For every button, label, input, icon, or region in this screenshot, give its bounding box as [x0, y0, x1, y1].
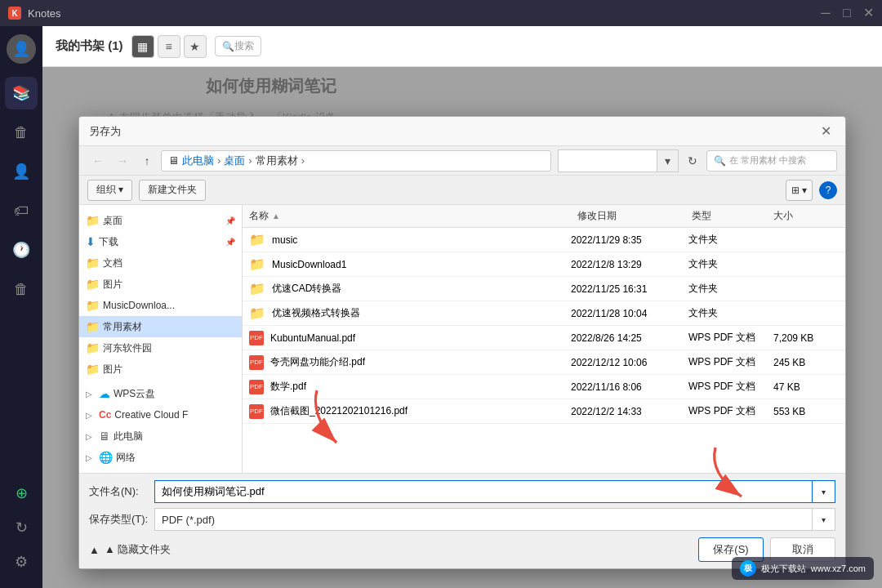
- watermark: 极 极光下载站 www.xz7.com: [732, 557, 874, 580]
- dialog-body: 📁 桌面 📌 ⬇ 下载 📌 📁: [79, 205, 845, 473]
- breadcrumb: 🖥 此电脑 › 桌面 › 常用素材 ›: [161, 150, 551, 172]
- nav-item-network[interactable]: ▷ 🌐 网络: [79, 447, 242, 468]
- sidebar-item-tag[interactable]: 🏷: [5, 194, 38, 227]
- refresh-button[interactable]: ↻: [682, 150, 703, 172]
- dialog-search-box[interactable]: 🔍 在 常用素材 中搜索: [706, 150, 837, 172]
- table-row[interactable]: PDF 夸壳网盘功能介绍.pdf 2022/12/12 10:06 WPS PD…: [243, 350, 845, 375]
- view-mode-icon: ⊞: [791, 185, 800, 196]
- folder-icon: 📁: [249, 305, 265, 321]
- sidebar-item-settings[interactable]: ⚙: [5, 546, 38, 578]
- view-grid-btn[interactable]: ▦: [131, 35, 154, 58]
- nav-item-hedong[interactable]: 📁 河东软件园: [79, 337, 242, 359]
- main-area: 我的书架 (1) ▦ ≡ ★ 🔍 搜索 如何使用糊词笔记 4. 在同步菜单中选择…: [42, 26, 882, 588]
- search-placeholder: 搜索: [234, 39, 254, 53]
- avatar[interactable]: 👤: [7, 34, 36, 64]
- new-folder-button[interactable]: 新建文件夹: [139, 180, 206, 201]
- help-button[interactable]: ?: [819, 181, 837, 199]
- dialog-actions-row: ▲ ▲ 隐藏文件夹 保存(S) 取消: [89, 537, 835, 562]
- close-button[interactable]: ✕: [862, 7, 874, 19]
- breadcrumb-desktop[interactable]: 桌面: [224, 154, 245, 168]
- cloud-icon: ☁: [99, 387, 110, 400]
- app-title: Knotes: [28, 7, 820, 20]
- savetype-dropdown-button[interactable]: ▾: [813, 508, 835, 531]
- app-body: 👤 📚 🗑 👤 🏷 🕐 🗑 ⊕ ↻ ⚙ 我的书架 (1) ▦ ≡ ★: [0, 26, 882, 588]
- col-type[interactable]: 类型: [692, 209, 773, 223]
- save-dialog: 另存为 ✕ ← → ↑ 🖥 此电脑 › 桌面: [78, 116, 846, 569]
- app-icon: K: [8, 7, 21, 20]
- file-list-header[interactable]: 名称 ▲ 修改日期 类型 大小: [243, 205, 845, 228]
- dialog-toolbar2: 组织 ▾ 新建文件夹 ⊞ ▾ ?: [79, 176, 845, 205]
- search-box[interactable]: 🔍 搜索: [215, 36, 261, 56]
- sidebar-item-refresh[interactable]: ↻: [5, 511, 38, 544]
- folder-icon: 📁: [86, 341, 100, 354]
- dialog-title: 另存为: [89, 124, 816, 139]
- maximize-button[interactable]: □: [841, 7, 853, 19]
- breadcrumb-dropdown: [559, 150, 657, 172]
- filename-row: 文件名(N): ▾: [89, 480, 835, 503]
- col-name[interactable]: 名称 ▲: [249, 209, 577, 223]
- breadcrumb-dropdown-btn[interactable]: ▾: [657, 150, 678, 172]
- download-icon: ⬇: [86, 235, 96, 248]
- watermark-url: www.xz7.com: [811, 564, 866, 573]
- view-list-btn[interactable]: ≡: [158, 35, 180, 58]
- nav-item-images2[interactable]: 📁 图片: [79, 359, 242, 380]
- pdf-icon: PDF: [249, 331, 264, 345]
- minimize-button[interactable]: ─: [820, 7, 831, 19]
- view-mode-button[interactable]: ⊞ ▾: [786, 180, 813, 201]
- table-row[interactable]: 📁 优速视频格式转换器 2022/11/28 10:04 文件夹: [243, 301, 845, 326]
- window-controls: ─ □ ✕: [820, 7, 874, 19]
- table-row[interactable]: PDF 数学.pdf 2022/11/16 8:06 WPS PDF 文档 47…: [243, 375, 845, 399]
- nav-item-images[interactable]: 📁 图片: [79, 274, 242, 295]
- back-button[interactable]: ←: [87, 150, 109, 172]
- nav-item-musicdl[interactable]: 📁 MusicDownloa...: [79, 295, 242, 316]
- table-row[interactable]: 📁 优速CAD转换器 2022/11/25 16:31 文件夹: [243, 277, 845, 301]
- knotes-topbar: 我的书架 (1) ▦ ≡ ★ 🔍 搜索: [42, 26, 882, 67]
- pdf-icon: PDF: [249, 404, 264, 419]
- breadcrumb-pc[interactable]: 此电脑: [182, 154, 214, 168]
- sidebar-item-books[interactable]: 📚: [5, 77, 38, 109]
- filename-input[interactable]: [154, 480, 813, 503]
- sort-arrow: ▲: [272, 212, 280, 220]
- sidebar-item-add[interactable]: ⊕: [5, 477, 38, 510]
- cc-icon: Cc: [99, 409, 111, 421]
- view-buttons: ▦ ≡ ★: [131, 35, 207, 58]
- folder-icon: 📁: [249, 232, 265, 247]
- organize-button[interactable]: 组织 ▾: [87, 180, 132, 201]
- filename-dropdown-button[interactable]: ▾: [813, 480, 835, 503]
- pin-icon: 📌: [225, 238, 235, 247]
- nav-item-docs[interactable]: 📁 文档: [79, 252, 242, 274]
- search-icon: 🔍: [222, 41, 234, 52]
- table-row[interactable]: PDF 微信截图_20221202101216.pdf 2022/12/2 14…: [243, 399, 845, 424]
- breadcrumb-current[interactable]: 常用素材: [256, 154, 298, 168]
- col-date[interactable]: 修改日期: [577, 209, 692, 223]
- folder-icon: 📁: [86, 278, 100, 291]
- nav-item-this-pc[interactable]: ▷ 🖥 此电脑: [79, 425, 242, 447]
- expand-icon: ▷: [86, 432, 96, 441]
- folder-icon: 📁: [86, 363, 100, 376]
- sidebar-bottom: ⊕ ↻ ⚙: [5, 475, 38, 580]
- table-row[interactable]: 📁 MusicDownload1 2022/12/8 13:29 文件夹: [243, 252, 845, 277]
- savetype-select[interactable]: PDF (*.pdf): [154, 508, 813, 531]
- sidebar-item-user[interactable]: 👤: [5, 155, 38, 188]
- up-button[interactable]: ↑: [136, 150, 158, 172]
- hide-folders-button[interactable]: ▲ ▲ 隐藏文件夹: [89, 542, 171, 557]
- nav-item-desktop[interactable]: 📁 桌面 📌: [79, 210, 242, 231]
- nav-item-common-materials[interactable]: 📁 常用素材: [79, 316, 242, 337]
- nav-item-creative-cloud[interactable]: ▷ Cc Creative Cloud F: [79, 404, 242, 425]
- pin-icon: 📌: [225, 216, 235, 225]
- table-row[interactable]: 📁 music 2022/11/29 8:35 文件夹: [243, 228, 845, 252]
- savetype-label: 保存类型(T):: [89, 512, 154, 527]
- col-size[interactable]: 大小: [773, 209, 839, 223]
- search-icon: 🔍: [714, 155, 726, 167]
- folder-icon: 📁: [86, 299, 100, 312]
- view-star-btn[interactable]: ★: [184, 35, 207, 58]
- dialog-close-button[interactable]: ✕: [816, 122, 835, 141]
- forward-button[interactable]: →: [112, 150, 133, 172]
- dialog-overlay: 另存为 ✕ ← → ↑ 🖥 此电脑 › 桌面: [42, 67, 882, 588]
- sidebar-item-clock[interactable]: 🕐: [5, 234, 38, 266]
- sidebar-item-trash[interactable]: 🗑: [5, 116, 38, 149]
- nav-item-downloads[interactable]: ⬇ 下载 📌: [79, 231, 242, 252]
- sidebar-item-trash2[interactable]: 🗑: [5, 273, 38, 305]
- table-row[interactable]: PDF KubuntuManual.pdf 2022/8/26 14:25 WP…: [243, 326, 845, 350]
- nav-item-wps-cloud[interactable]: ▷ ☁ WPS云盘: [79, 383, 242, 404]
